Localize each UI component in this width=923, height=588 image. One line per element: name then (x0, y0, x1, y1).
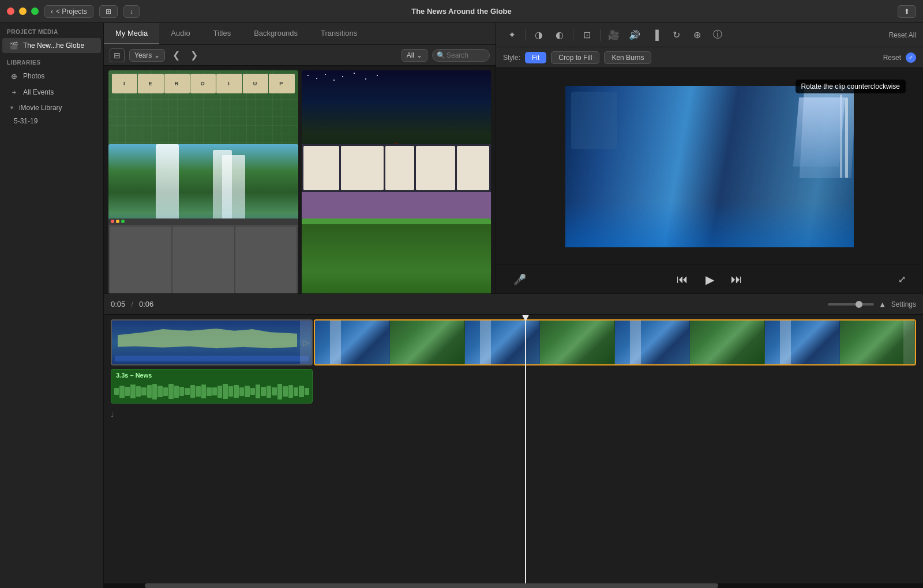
preview-area: ✦ ◑ ◐ ⊡ 🎥 (496, 23, 923, 293)
ken-burns-button[interactable]: Ken Burns (604, 51, 651, 64)
download-icon: ↓ (130, 7, 133, 16)
wave-bar (239, 387, 244, 396)
wave-bar (174, 386, 179, 398)
media-thumb-screenshot1[interactable] (108, 218, 298, 293)
titlebar-right: ⬆ (892, 5, 916, 18)
event-library-toggle[interactable]: ⊞ (99, 5, 118, 18)
top-area: My Media Audio Titles Backgrounds Transi… (104, 23, 923, 294)
thumb-screenshot1-img (108, 218, 298, 293)
film-icon: 🎬 (9, 41, 18, 50)
clip-world-map[interactable]: ◁ ▷ (111, 319, 313, 365)
waterfall-frame-2 (390, 321, 465, 364)
music-note-icon: ♩ (111, 410, 114, 419)
play-pause-button[interactable]: ▶ (700, 270, 719, 289)
handle-right-icon: ▷ (303, 338, 309, 347)
share-button[interactable]: ⬆ (898, 5, 916, 18)
sidebar-item-photos[interactable]: ⊕ Photos (2, 69, 101, 84)
timeline-scrollbar-thumb[interactable] (145, 583, 718, 588)
content-area: My Media Audio Titles Backgrounds Transi… (104, 23, 923, 588)
download-button[interactable]: ↓ (123, 5, 140, 18)
wave-bar (201, 385, 206, 398)
wave-bar (136, 386, 141, 397)
tab-my-media[interactable]: My Media (104, 23, 159, 44)
media-thumb-scrabble[interactable]: I E R O I U P (108, 70, 298, 177)
overlay-button[interactable]: ⊕ (688, 28, 706, 43)
camera-button[interactable]: 🎥 (605, 28, 622, 43)
dropdown-chevron-icon: ⌄ (154, 51, 160, 59)
crop-to-fill-button[interactable]: Crop to Fill (551, 51, 599, 64)
reset-all-button[interactable]: Reset All (889, 31, 916, 39)
expand-button[interactable]: ⤢ (898, 274, 906, 285)
wave-bar (267, 386, 271, 398)
tab-backgrounds[interactable]: Backgrounds (242, 23, 309, 44)
all-selector[interactable]: All ⌄ (402, 49, 427, 62)
skip-back-button[interactable]: ⏮ (673, 270, 692, 289)
info-button[interactable]: ⓘ (709, 28, 726, 43)
projects-button[interactable]: ‹ < Projects (44, 5, 93, 18)
clip-handle-right[interactable]: ▷ (300, 321, 312, 364)
sidebar-item-all-events[interactable]: ＋ All Events (2, 85, 101, 100)
waterfall-frame-5 (615, 321, 690, 364)
audio-clip[interactable]: 3.3s – News (111, 369, 313, 404)
minimize-button[interactable] (19, 7, 27, 15)
style-reset-button[interactable]: Reset (883, 54, 901, 62)
app-title: The News Around the Globe (411, 7, 512, 16)
color-wheel-button[interactable]: ◑ (530, 28, 547, 43)
nav-prev-icon[interactable]: ❮ (170, 48, 183, 62)
timeline-scrollbar[interactable] (104, 583, 923, 588)
wave-bar (190, 385, 195, 398)
zoom-mountain-icon: ▲ (879, 300, 887, 309)
titlebar: ‹ < Projects ⊞ ↓ The News Around the Glo… (0, 0, 923, 23)
audio-track-row: 3.3s – News (111, 369, 916, 404)
close-button[interactable] (7, 7, 14, 15)
crop-button[interactable]: ⊡ (578, 28, 595, 43)
wave-bar (179, 387, 184, 397)
info-icon: ⓘ (713, 29, 722, 41)
nav-next-icon[interactable]: ❯ (187, 48, 201, 62)
timeline-tracks: ◁ ▷ (104, 315, 923, 583)
sidebar-item-imovie-library[interactable]: ▼ iMovie Library (2, 101, 101, 115)
wave-bar (114, 388, 119, 395)
tab-audio[interactable]: Audio (159, 23, 201, 44)
preview-video (565, 86, 854, 247)
speed-button[interactable]: ↻ (667, 28, 685, 43)
fit-button[interactable]: Fit (525, 52, 546, 63)
settings-button[interactable]: Settings (891, 300, 916, 308)
equalizer-button[interactable]: ▐ (647, 28, 664, 43)
toolbar-separator-1 (525, 29, 526, 41)
wave-bar (305, 388, 309, 395)
fullscreen-button[interactable] (31, 7, 39, 15)
years-selector[interactable]: Years ⌄ (129, 49, 165, 62)
wave-bar (261, 387, 265, 397)
tab-titles[interactable]: Titles (202, 23, 243, 44)
media-thumb-green[interactable] (302, 218, 491, 293)
audio-waveform (114, 383, 309, 400)
wave-bar (152, 384, 157, 399)
sidebar-item-project[interactable]: 🎬 The New...he Globe (2, 38, 101, 53)
sidebar-date-item[interactable]: 5-31-19 (0, 115, 103, 127)
zoom-slider-thumb (856, 301, 862, 308)
search-input[interactable] (432, 49, 490, 62)
audio-button[interactable]: 🔊 (626, 28, 643, 43)
playback-controls: 🎤 ⏮ ▶ ⏭ ⤢ (496, 265, 923, 293)
timeline-zoom: ▲ Settings (828, 300, 916, 309)
mic-button[interactable]: 🎤 (513, 273, 526, 286)
wave-bar (294, 387, 298, 396)
color-balance-button[interactable]: ◐ (551, 28, 568, 43)
skip-forward-button[interactable]: ⏭ (727, 270, 746, 289)
clip-waterfall-sequence[interactable] (314, 319, 916, 365)
zoom-slider[interactable] (828, 303, 874, 306)
timecode-total: 0:06 (139, 300, 153, 308)
style-confirm-check[interactable]: ✓ (906, 52, 916, 63)
media-toolbar: ⊟ Years ⌄ ❮ ❯ All ⌄ 🔍 (104, 45, 496, 66)
expand-icon: ⤢ (898, 274, 906, 284)
toolbar-separator-2 (573, 29, 573, 41)
magic-wand-button[interactable]: ✦ (503, 28, 520, 43)
color-balance-icon: ◐ (556, 29, 564, 40)
wave-bar (277, 384, 282, 399)
grid-icon: ⊞ (106, 7, 111, 16)
speed-icon: ↻ (673, 29, 680, 40)
tab-transitions[interactable]: Transitions (309, 23, 369, 44)
sidebar-toggle-button[interactable]: ⊟ (110, 48, 125, 62)
wave-bar (250, 388, 255, 395)
